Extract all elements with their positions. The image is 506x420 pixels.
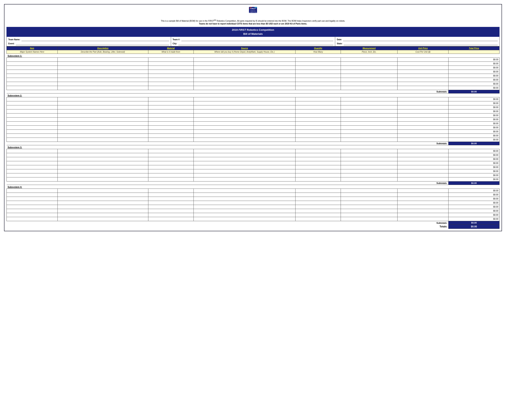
cell[interactable] xyxy=(7,193,58,197)
cell[interactable] xyxy=(341,66,398,70)
cell[interactable] xyxy=(398,130,448,134)
cell[interactable] xyxy=(148,130,193,134)
cell[interactable] xyxy=(58,165,148,169)
cell[interactable] xyxy=(341,169,398,173)
cell[interactable] xyxy=(295,122,341,126)
cell[interactable] xyxy=(7,122,58,126)
team-num-input[interactable] xyxy=(181,38,333,41)
cell[interactable] xyxy=(398,209,448,213)
cell[interactable] xyxy=(7,213,58,217)
cell[interactable] xyxy=(295,217,341,221)
cell[interactable] xyxy=(398,205,448,209)
cell[interactable] xyxy=(7,153,58,157)
cell[interactable] xyxy=(341,138,398,142)
cell[interactable] xyxy=(58,149,148,153)
cell[interactable] xyxy=(58,105,148,109)
cell[interactable] xyxy=(398,197,448,201)
cell[interactable] xyxy=(7,82,58,86)
cell[interactable] xyxy=(193,118,295,122)
cell[interactable] xyxy=(58,217,148,221)
cell[interactable] xyxy=(7,126,58,130)
cell[interactable] xyxy=(295,165,341,169)
cell[interactable] xyxy=(193,177,295,182)
cell[interactable] xyxy=(193,205,295,209)
cell[interactable] xyxy=(7,78,58,82)
cell[interactable] xyxy=(58,101,148,105)
cell[interactable] xyxy=(398,101,448,105)
cell[interactable] xyxy=(7,105,58,109)
cell[interactable] xyxy=(148,134,193,138)
cell[interactable] xyxy=(295,82,341,86)
cell[interactable] xyxy=(193,197,295,201)
cell[interactable] xyxy=(295,201,341,205)
cell[interactable] xyxy=(295,66,341,70)
cell[interactable] xyxy=(193,134,295,138)
cell[interactable] xyxy=(341,101,398,105)
cell[interactable] xyxy=(58,173,148,177)
cell[interactable] xyxy=(398,97,448,101)
cell[interactable] xyxy=(148,70,193,74)
cell[interactable] xyxy=(7,217,58,221)
cell[interactable] xyxy=(341,209,398,213)
cell[interactable] xyxy=(7,165,58,169)
cell[interactable] xyxy=(58,86,148,90)
cell[interactable] xyxy=(295,173,341,177)
cell[interactable] xyxy=(148,82,193,86)
cell[interactable] xyxy=(58,169,148,173)
cell[interactable] xyxy=(341,126,398,130)
cell[interactable] xyxy=(341,153,398,157)
cell[interactable] xyxy=(193,126,295,130)
cell[interactable] xyxy=(341,149,398,153)
cell[interactable] xyxy=(58,82,148,86)
cell[interactable] xyxy=(58,122,148,126)
cell[interactable] xyxy=(341,134,398,138)
cell[interactable] xyxy=(341,122,398,126)
cell[interactable] xyxy=(7,74,58,78)
cell[interactable] xyxy=(148,213,193,217)
cell[interactable] xyxy=(341,161,398,165)
cell[interactable] xyxy=(7,70,58,74)
cell[interactable] xyxy=(398,161,448,165)
cell[interactable] xyxy=(398,157,448,161)
cell[interactable] xyxy=(341,82,398,86)
cell[interactable] xyxy=(58,189,148,193)
cell[interactable] xyxy=(341,118,398,122)
cell[interactable] xyxy=(398,74,448,78)
cell[interactable] xyxy=(148,78,193,82)
cell[interactable] xyxy=(295,74,341,78)
cell[interactable] xyxy=(148,149,193,153)
cell[interactable] xyxy=(341,165,398,169)
cell[interactable] xyxy=(58,74,148,78)
cell[interactable] xyxy=(148,66,193,70)
cell[interactable] xyxy=(7,169,58,173)
cell[interactable] xyxy=(193,97,295,101)
cell[interactable] xyxy=(7,62,58,66)
cell[interactable] xyxy=(398,149,448,153)
cell[interactable] xyxy=(7,189,58,193)
cell[interactable] xyxy=(58,118,148,122)
cell[interactable] xyxy=(398,126,448,130)
cell[interactable] xyxy=(7,134,58,138)
cell[interactable] xyxy=(193,74,295,78)
cell[interactable] xyxy=(341,62,398,66)
cell[interactable] xyxy=(148,58,193,62)
cell[interactable] xyxy=(341,86,398,90)
cell[interactable] xyxy=(295,86,341,90)
cell[interactable] xyxy=(295,197,341,201)
cell[interactable] xyxy=(193,105,295,109)
cell[interactable] xyxy=(58,126,148,130)
cell[interactable] xyxy=(7,149,58,153)
cell[interactable] xyxy=(341,177,398,182)
cell[interactable] xyxy=(295,193,341,197)
cell[interactable] xyxy=(7,109,58,113)
cell[interactable] xyxy=(148,62,193,66)
cell[interactable] xyxy=(193,66,295,70)
cell[interactable] xyxy=(295,105,341,109)
cell[interactable] xyxy=(58,201,148,205)
cell[interactable] xyxy=(7,118,58,122)
cell[interactable] xyxy=(193,122,295,126)
cell[interactable] xyxy=(148,138,193,142)
cell[interactable] xyxy=(58,113,148,118)
cell[interactable] xyxy=(341,217,398,221)
cell[interactable] xyxy=(398,217,448,221)
